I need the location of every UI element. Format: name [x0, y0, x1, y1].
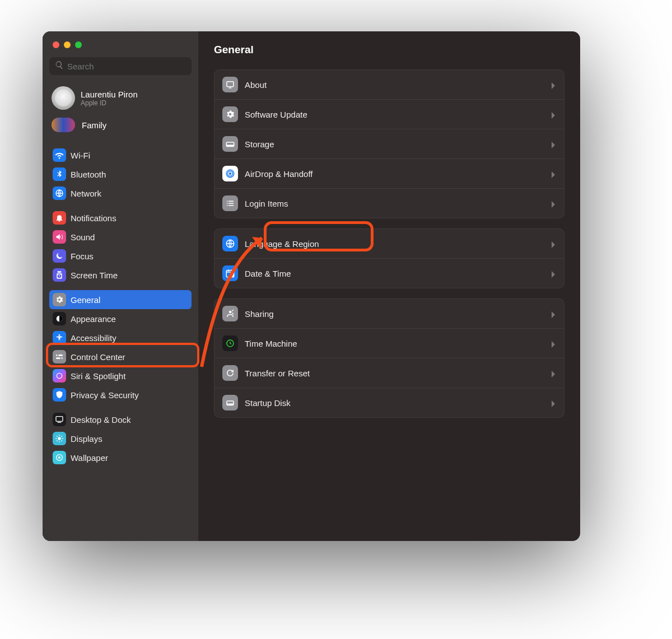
family-icon: [52, 118, 75, 132]
sidebar-item-bluetooth[interactable]: Bluetooth: [49, 165, 192, 184]
svg-rect-3: [56, 355, 63, 356]
bluetooth-icon: [53, 167, 66, 181]
sidebar-item-notifications[interactable]: Notifications: [49, 208, 192, 227]
minimize-button[interactable]: [64, 41, 71, 48]
row-startup-disk[interactable]: Startup Disk: [214, 388, 564, 417]
row-label: AirDrop & Handoff: [245, 169, 550, 179]
sidebar-item-label: Siri & Spotlight: [71, 371, 125, 381]
sidebar-item-label: Appearance: [71, 314, 116, 324]
svg-rect-14: [229, 87, 232, 88]
svg-point-2: [59, 334, 60, 336]
desktop-dock-icon: [53, 413, 66, 426]
sidebar-item-wallpaper[interactable]: Wallpaper: [49, 448, 192, 467]
general-panel-1: About Software Update Storage AirDrop & …: [214, 69, 564, 218]
sidebar-item-label: Accessibility: [71, 333, 116, 343]
svg-point-6: [60, 357, 62, 359]
chevron-right-icon: [550, 241, 556, 246]
svg-rect-13: [227, 82, 234, 87]
svg-point-7: [57, 373, 62, 378]
svg-rect-4: [56, 357, 63, 359]
sidebar: Laurentiu Piron Apple ID Family Wi-Fi Bl…: [43, 31, 198, 541]
row-sharing[interactable]: Sharing: [214, 299, 564, 328]
sidebar-item-label: Control Center: [71, 352, 125, 362]
sidebar-item-label: Network: [71, 189, 101, 198]
notifications-icon: [53, 211, 66, 225]
svg-point-27: [228, 404, 229, 405]
row-time-machine[interactable]: Time Machine: [214, 328, 564, 358]
row-login-items[interactable]: Login Items: [214, 188, 564, 218]
row-transfer-reset[interactable]: Transfer or Reset: [214, 358, 564, 388]
accessibility-icon: [53, 331, 66, 344]
chevron-right-icon: [550, 400, 556, 405]
chevron-right-icon: [550, 111, 556, 117]
row-label: About: [245, 80, 550, 90]
sidebar-item-desktop-dock[interactable]: Desktop & Dock: [49, 410, 192, 429]
chevron-right-icon: [550, 311, 556, 316]
software-update-icon: [222, 106, 238, 122]
chevron-right-icon: [550, 370, 556, 376]
sidebar-item-sound[interactable]: Sound: [49, 227, 192, 246]
page-title: General: [214, 44, 564, 56]
row-storage[interactable]: Storage: [214, 129, 564, 158]
displays-icon: [53, 432, 66, 445]
focus-icon: [53, 249, 66, 263]
screen-time-icon: [53, 268, 66, 282]
sidebar-item-network[interactable]: Network: [49, 184, 192, 203]
network-icon: [53, 186, 66, 200]
search-input[interactable]: [67, 62, 186, 71]
row-software-update[interactable]: Software Update: [214, 99, 564, 129]
svg-rect-26: [227, 404, 234, 405]
sidebar-item-label: Privacy & Security: [71, 390, 139, 400]
sidebar-item-siri-spotlight[interactable]: Siri & Spotlight: [49, 366, 192, 385]
sound-icon: [53, 230, 66, 244]
row-label: Storage: [245, 139, 550, 149]
sidebar-item-accessibility[interactable]: Accessibility: [49, 328, 192, 347]
row-label: Login Items: [245, 199, 550, 208]
sidebar-item-wifi[interactable]: Wi-Fi: [49, 146, 192, 165]
sidebar-item-label: Sound: [71, 232, 95, 242]
chevron-right-icon: [550, 200, 556, 206]
svg-point-23: [229, 311, 232, 314]
chevron-right-icon: [550, 141, 556, 147]
storage-icon: [222, 136, 238, 152]
sharing-icon: [222, 306, 238, 321]
time-machine-icon: [222, 335, 238, 351]
row-language-region[interactable]: Language & Region: [214, 229, 564, 258]
svg-rect-8: [56, 417, 63, 422]
row-label: Software Update: [245, 110, 550, 119]
row-label: Time Machine: [245, 339, 550, 348]
chevron-right-icon: [550, 82, 556, 87]
chevron-right-icon: [550, 341, 556, 346]
privacy-icon: [53, 388, 66, 402]
sidebar-item-label: Focus: [71, 251, 94, 261]
sidebar-item-label: Displays: [71, 434, 102, 444]
sidebar-item-appearance[interactable]: Appearance: [49, 309, 192, 328]
general-panel-3: Sharing Time Machine Transfer or Reset S…: [214, 298, 564, 418]
wallpaper-icon: [53, 451, 66, 464]
main-content: General About Software Update Storage: [198, 31, 580, 541]
close-button[interactable]: [53, 41, 59, 48]
search-icon: [55, 60, 67, 72]
sidebar-item-control-center[interactable]: Control Center: [49, 347, 192, 366]
sidebar-item-privacy-security[interactable]: Privacy & Security: [49, 385, 192, 404]
svg-rect-16: [226, 145, 234, 147]
sidebar-item-displays[interactable]: Displays: [49, 429, 192, 448]
fullscreen-button[interactable]: [75, 41, 82, 48]
sidebar-item-focus[interactable]: Focus: [49, 246, 192, 265]
row-about[interactable]: About: [214, 70, 564, 99]
row-date-time[interactable]: Date & Time: [214, 258, 564, 288]
appearance-icon: [53, 312, 66, 325]
system-settings-window: Laurentiu Piron Apple ID Family Wi-Fi Bl…: [43, 31, 580, 541]
apple-id-row[interactable]: Laurentiu Piron Apple ID: [49, 84, 192, 114]
sidebar-item-general[interactable]: General: [49, 290, 192, 309]
about-icon: [222, 77, 238, 92]
family-label: Family: [82, 120, 106, 130]
row-airdrop-handoff[interactable]: AirDrop & Handoff: [214, 158, 564, 188]
sidebar-item-label: Screen Time: [71, 270, 118, 280]
sidebar-item-screen-time[interactable]: Screen Time: [49, 265, 192, 284]
control-center-icon: [53, 350, 66, 363]
search-field[interactable]: [49, 57, 192, 75]
sidebar-item-label: General: [71, 295, 100, 305]
language-region-icon: [222, 236, 238, 251]
family-row[interactable]: Family: [49, 114, 192, 140]
